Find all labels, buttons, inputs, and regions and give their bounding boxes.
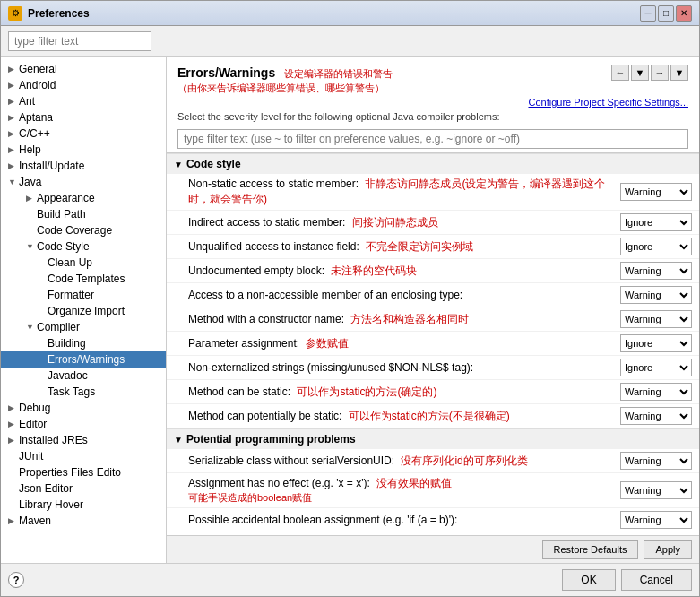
row-label-text: Method can potentially be static: — [188, 410, 341, 422]
sidebar-item-building[interactable]: Building — [1, 335, 166, 351]
expand-arrow: ▶ — [8, 97, 17, 106]
expand-arrow: ▼ — [8, 177, 17, 186]
row-dropdown: WarningErrorIgnoreInfo — [620, 452, 692, 470]
sidebar-item-label: C/C++ — [19, 127, 50, 140]
sidebar-item-library-hover[interactable]: Library Hover — [1, 497, 166, 513]
row-dropdown: WarningErrorIgnoreInfo — [620, 183, 692, 201]
row-label-text: Assignment has no effect (e.g. 'x = x'): — [188, 477, 370, 489]
param-assignment-dropdown[interactable]: IgnoreErrorWarningInfo — [620, 334, 692, 352]
nav-more-button[interactable]: ▼ — [670, 65, 688, 81]
method-static-dropdown[interactable]: WarningErrorIgnoreInfo — [620, 383, 692, 401]
sidebar-item-debug[interactable]: ▶ Debug — [1, 400, 166, 416]
ok-button[interactable]: OK — [562, 569, 615, 591]
close-button[interactable]: ✕ — [676, 5, 692, 22]
boolean-assignment-dropdown[interactable]: WarningErrorIgnoreInfo — [620, 511, 692, 529]
table-row: Access to a non-accessible member of an … — [167, 283, 699, 307]
sidebar-item-clean-up[interactable]: Clean Up — [1, 255, 166, 271]
row-dropdown: WarningErrorIgnoreInfo — [620, 310, 692, 328]
sidebar-item-build-path[interactable]: Build Path — [1, 206, 166, 222]
help-button[interactable]: ? — [8, 572, 24, 588]
sidebar-item-label: Clean Up — [48, 256, 92, 269]
sidebar-item-android[interactable]: ▶ Android — [1, 77, 166, 93]
indirect-access-dropdown[interactable]: IgnoreErrorWarningInfo — [620, 213, 692, 231]
sidebar-item-label: Appearance — [37, 192, 95, 204]
sidebar-item-compiler[interactable]: ▼ Compiler — [1, 319, 166, 335]
sidebar-item-appearance[interactable]: ▶ Appearance — [1, 190, 166, 206]
no-effect-assignment-dropdown[interactable]: WarningErrorIgnoreInfo — [620, 481, 692, 499]
potential-problems-section-header[interactable]: ▼ Potential programming problems — [167, 428, 699, 449]
filter-input[interactable] — [8, 31, 151, 51]
row-label-unqualified-access: Unqualified access to instance field: 不完… — [188, 239, 620, 255]
row-label-non-externalized: Non-externalized strings (missing/unused… — [188, 361, 620, 374]
table-row: Parameter assignment: 参数赋值 IgnoreErrorWa… — [167, 332, 699, 356]
sidebar-item-java[interactable]: ▼ Java — [1, 174, 166, 190]
configure-project-link[interactable]: Configure Project Specific Settings... — [177, 97, 688, 108]
minimize-button[interactable]: ─ — [640, 5, 656, 22]
table-row: Unqualified access to instance field: 不完… — [167, 235, 699, 259]
right-panel: Errors/Warnings 设定编译器的错误和警告 ← ▼ → ▼ （由你来… — [167, 57, 699, 563]
sidebar-item-label: Library Hover — [19, 498, 83, 511]
sidebar-item-json-editor[interactable]: Json Editor — [1, 480, 166, 497]
maximize-button[interactable]: □ — [658, 5, 674, 22]
nav-menu-button[interactable]: ▼ — [631, 65, 649, 81]
section-label: Potential programming problems — [186, 433, 356, 446]
sidebar-item-errors-warnings[interactable]: Errors/Warnings — [1, 351, 166, 368]
sidebar-item-general[interactable]: ▶ General — [1, 61, 166, 77]
row-label-method-static: Method can be static: 可以作为static的方法(确定的) — [188, 385, 620, 400]
non-externalized-dropdown[interactable]: IgnoreErrorWarningInfo — [620, 359, 692, 376]
window-controls: ─ □ ✕ — [640, 5, 692, 22]
row-label-text: Access to a non-accessible member of an … — [188, 289, 462, 301]
sidebar-item-editor[interactable]: ▶ Editor — [1, 416, 166, 432]
forward-button[interactable]: → — [651, 65, 669, 81]
undocumented-block-dropdown[interactable]: WarningErrorIgnoreInfo — [620, 262, 692, 280]
help-area: ? — [8, 569, 557, 591]
unqualified-access-dropdown[interactable]: IgnoreErrorWarningInfo — [620, 238, 692, 255]
window-title: Preferences — [28, 7, 635, 20]
cancel-button[interactable]: Cancel — [621, 569, 692, 591]
table-row: Possible accidental boolean assignment (… — [167, 508, 699, 532]
table-row: Method with a constructor name: 方法名和构造器名… — [167, 307, 699, 332]
sidebar-item-formatter[interactable]: Formatter — [1, 287, 166, 303]
row-label-indirect-access: Indirect access to static member: 间接访问静态… — [188, 215, 620, 230]
table-row: Non-externalized strings (missing/unused… — [167, 356, 699, 380]
sidebar-item-code-style[interactable]: ▼ Code Style — [1, 238, 166, 255]
row-cn-text: 方法名和构造器名相同时 — [350, 313, 469, 325]
expand-arrow: ▶ — [8, 161, 17, 170]
sidebar-item-code-templates[interactable]: Code Templates — [1, 271, 166, 287]
sidebar-item-maven[interactable]: ▶ Maven — [1, 513, 166, 529]
expand-arrow: ▶ — [8, 420, 17, 428]
serializable-dropdown[interactable]: WarningErrorIgnoreInfo — [620, 452, 692, 470]
sidebar-item-junit[interactable]: JUnit — [1, 448, 166, 464]
sidebar-item-aptana[interactable]: ▶ Aptana — [1, 109, 166, 125]
title-bar: ⚙ Preferences ─ □ ✕ — [1, 1, 699, 26]
sidebar-item-help[interactable]: ▶ Help — [1, 142, 166, 158]
back-button[interactable]: ← — [611, 65, 629, 81]
sidebar-item-properties-files[interactable]: Properties Files Edito — [1, 464, 166, 480]
sidebar-item-task-tags[interactable]: Task Tags — [1, 384, 166, 400]
sidebar-item-code-coverage[interactable]: Code Coverage — [1, 222, 166, 238]
spacer — [37, 274, 46, 283]
sidebar-item-organize-import[interactable]: Organize Import — [1, 303, 166, 319]
method-potentially-static-dropdown[interactable]: WarningErrorIgnoreInfo — [620, 407, 692, 425]
table-row: Method can be static: 可以作为static的方法(确定的)… — [167, 380, 699, 404]
nav-buttons: ← ▼ → ▼ — [611, 65, 688, 81]
non-accessible-dropdown[interactable]: WarningErrorIgnoreInfo — [620, 286, 692, 304]
sidebar-item-javadoc[interactable]: Javadoc — [1, 368, 166, 384]
apply-button[interactable]: Apply — [644, 540, 692, 559]
settings-filter-input[interactable] — [177, 129, 688, 149]
row-label-nonstatic-access: Non-static access to static member: 非静态访… — [188, 177, 620, 207]
constructor-name-dropdown[interactable]: WarningErrorIgnoreInfo — [620, 310, 692, 328]
code-style-section-header[interactable]: ▼ Code style — [167, 153, 699, 174]
row-label-serializable: Serializable class without serialVersion… — [188, 454, 620, 469]
sidebar-item-ant[interactable]: ▶ Ant — [1, 93, 166, 109]
section-label: Code style — [186, 158, 241, 170]
sidebar-item-label: Formatter — [48, 289, 94, 301]
row-label-text: Undocumented empty block: — [188, 264, 324, 277]
sidebar-item-installed-jres[interactable]: ▶ Installed JREs — [1, 432, 166, 448]
restore-defaults-button[interactable]: Restore Defaults — [542, 540, 639, 559]
sidebar-item-cpp[interactable]: ▶ C/C++ — [1, 125, 166, 142]
sidebar-item-install-update[interactable]: ▶ Install/Update — [1, 158, 166, 174]
nonstatic-access-dropdown[interactable]: WarningErrorIgnoreInfo — [620, 183, 692, 201]
sidebar-item-label: Install/Update — [19, 160, 84, 172]
expand-arrow: ▶ — [8, 145, 17, 154]
